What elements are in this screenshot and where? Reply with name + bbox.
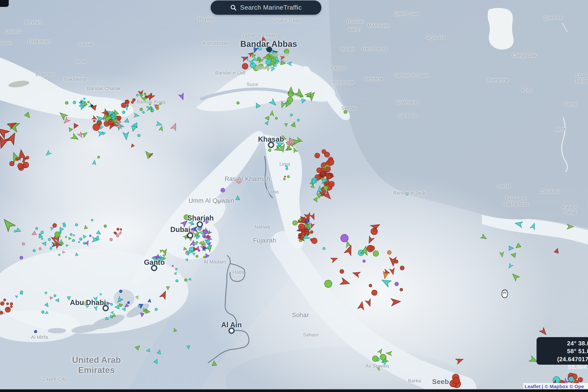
place-label: Dubai: [170, 226, 190, 234]
place-label: Roudan: [347, 18, 364, 24]
place-label: Seeb: [432, 378, 449, 386]
monitor-bezel-bottom: [0, 389, 588, 392]
coord-lat-dm: 24° 38.8: [536, 340, 588, 347]
place-label: Manoujan: [368, 22, 389, 28]
place-label: Bandar Abbas: [240, 39, 297, 49]
search-icon: [230, 4, 236, 11]
place-label: Parsian: [0, 40, 12, 46]
place-label: Ras Al Khaimah: [225, 176, 270, 182]
place-label: Chah Jahan: [575, 73, 588, 84]
place-label: Hashtbandi: [362, 46, 387, 52]
place-label: Al Ain: [221, 321, 242, 329]
place-label: Darban-e Salah: [394, 72, 430, 78]
place-label: Fanuj: [564, 101, 576, 107]
town-marker: [228, 328, 235, 334]
place-label: Minab: [340, 46, 354, 52]
coord-lon-dm: 58° 51.8: [536, 347, 588, 355]
place-label: Sharjah: [187, 214, 214, 222]
place-label: Tazian-e Paeen: [242, 32, 277, 38]
place-label: Ghal-e Ghaz: [272, 18, 301, 24]
place-label: Seerik: [341, 106, 356, 111]
place-label: Zarabad: [541, 188, 559, 194]
place-label: Zayed City: [43, 376, 66, 382]
place-labels-layer: BeyramLamerdParsianEshkananBastakJenahBu…: [0, 0, 588, 392]
place-label: Nakhlemir: [64, 76, 86, 82]
place-label: Jenah: [74, 58, 88, 64]
place-label: Khasab: [258, 135, 284, 144]
place-label: Sohar: [292, 312, 309, 319]
monitor-bezel-corner: [0, 0, 9, 7]
place-label: Al Mirfa: [31, 334, 48, 340]
place-label: Lima: [279, 161, 290, 167]
place-label: Sardasht: [398, 113, 418, 118]
place-label: Fujairah: [253, 237, 276, 244]
place-label: Lamerd: [5, 28, 22, 34]
place-label: Lirdaf: [498, 183, 510, 189]
place-label: Taladar-e Nakhlestan: [503, 196, 528, 207]
place-label: Bastak: [78, 41, 94, 47]
place-label: Bandar Charak: [87, 86, 120, 91]
place-label: Ganto: [144, 258, 165, 266]
place-label: Bujerash: [36, 72, 55, 77]
place-label: چاه بارجا: [426, 34, 445, 40]
place-label: Chegerdak: [512, 52, 536, 58]
place-label: Kargan: [330, 65, 346, 70]
town-marker: [197, 222, 203, 228]
place-label: Hatta: [232, 269, 244, 275]
place-label: Kohurestan: [203, 40, 228, 46]
place-label: Hormuz: [272, 52, 290, 58]
town-marker: [103, 305, 109, 312]
place-label: Dibba: [266, 189, 279, 194]
search-placeholder: Search MarineTraffic: [240, 4, 302, 11]
place-label: Bandar Kong: [137, 99, 166, 104]
search-bar[interactable]: Search MarineTraffic: [210, 0, 321, 15]
place-label: Senderk: [364, 76, 383, 82]
place-label: Nahwa: [254, 224, 270, 230]
place-label: Barka: [408, 378, 421, 384]
place-label: Qeshm: [256, 65, 272, 70]
place-label: Eshkanan: [28, 38, 50, 44]
place-label: Saham: [303, 332, 319, 338]
town-marker: [187, 232, 194, 238]
place-label: Golmorti: [544, 15, 563, 20]
place-label: Suza: [246, 82, 258, 87]
place-label: Beyram: [25, 19, 42, 25]
place-label: Kuhestak: [333, 80, 354, 85]
town-marker: [268, 142, 274, 148]
place-label: United Arab Emirates: [72, 355, 121, 376]
place-label: Gowharan: [396, 99, 419, 105]
place-label: Kolij: [522, 87, 532, 93]
place-label: Rameshk: [488, 77, 508, 83]
place-label: Abu Dhabi: [70, 298, 106, 307]
place-label: Al Madam: [204, 259, 226, 264]
coordinates-panel: 24° 38.8 58° 51.8 (24.647017, 58.8647: [536, 337, 588, 365]
place-label: Ruydar: [198, 16, 214, 22]
place-label: Kalat-e Jahal: [561, 204, 579, 215]
place-label: As Suwaiq: [366, 363, 389, 368]
coord-decimal: (24.647017, 58.8647: [536, 355, 588, 371]
place-label: Umm Al Quwain: [188, 197, 234, 204]
place-label: Bandar-e Laft: [215, 70, 246, 76]
town-marker: [151, 265, 157, 271]
place-label: Bent: [556, 126, 566, 132]
place-label: Bandar-e Jask: [393, 190, 426, 196]
marinetraffic-map-screen: BeyramLamerdParsianEshkananBastakJenahBu…: [0, 0, 588, 392]
place-label: Bikah: [348, 27, 361, 32]
place-label: Qaleh Ganj: [394, 11, 420, 16]
